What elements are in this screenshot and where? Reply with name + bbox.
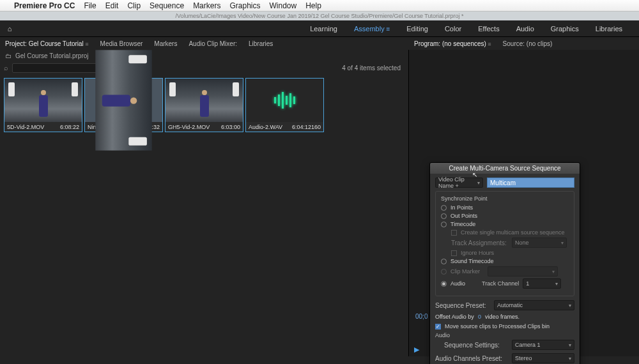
tab-program[interactable]: Program: (no sequences) [414,40,491,47]
cursor-icon: ↖ [472,171,477,178]
radio-label: Clip Marker [450,268,480,275]
menu-help[interactable]: Help [305,1,321,10]
project-panel: 🗀 Gel Course Tutorial.prproj ⌕ ▦ 4 of 4 … [0,50,409,356]
name-mode-dropdown[interactable]: Video Clip Name +▾ [435,178,483,188]
check-label: Create single multicam source sequence [461,229,565,236]
clip-thumbnail[interactable] [246,79,323,122]
menu-file[interactable]: File [84,1,96,10]
check-create-single: Create single multicam source sequence [451,229,569,236]
audio-section-label: Audio [435,332,574,338]
folder-icon: 🗀 [5,52,12,59]
ws-audio[interactable]: Audio [516,25,534,33]
name-mode-label: Video Clip Name + [438,176,477,189]
radio-in-points[interactable]: In Points [441,204,569,211]
seq-settings-dropdown[interactable]: Camera 1▾ [512,340,574,350]
seq-preset-label: Sequence Preset: [435,302,490,309]
tab-media-browser[interactable]: Media Browser [100,40,143,47]
channels-preset-label: Audio Channels Preset: [435,355,508,362]
app-name[interactable]: Premiere Pro CC [14,1,75,10]
radio-timecode[interactable]: Timecode [441,221,569,227]
clip-item-audio[interactable]: Audio-2.WAV6:04:12160 [245,78,324,132]
left-panel-tabs: Project: Gel Course Tutorial Media Brows… [0,37,409,50]
tab-source[interactable]: Source: (no clips) [503,40,553,47]
check-label: Move source clips to Processed Clips bin [445,323,550,330]
track-channel-dropdown[interactable]: 1▾ [523,278,561,289]
clip-name: 5D-Vid-2.MOV [7,124,44,130]
radio-audio[interactable]: Audio Track Channel 1▾ [441,278,569,289]
synchronize-fieldset: Synchronize Point In Points Out Points T… [435,191,574,296]
tab-libraries[interactable]: Libraries [249,40,273,47]
menu-markers[interactable]: Markers [193,1,220,10]
clip-item[interactable]: GH5-Vid-2.MOV6:03:00 [165,78,243,132]
check-move-clips[interactable]: ✓Move source clips to Processed Clips bi… [435,323,574,330]
clip-thumbnail[interactable] [4,79,82,122]
channels-preset-dropdown[interactable]: Stereo▾ [512,353,574,363]
dialog-title[interactable]: Create Multi-Camera Source Sequence ↖ [430,163,580,174]
radio-label: Out Points [450,213,477,219]
dialog-title-label: Create Multi-Camera Source Sequence [449,165,560,172]
chevron-down-icon: ▾ [569,356,571,361]
track-assignments-dropdown: None▾ [512,238,567,248]
offset-post: video frames. [485,314,520,320]
project-path-row[interactable]: 🗀 Gel Course Tutorial.prproj [0,50,408,61]
track-assignments-label: Track Assignments: [451,239,507,246]
offset-pre: Offset Audio by [435,314,474,320]
home-button[interactable]: ⌂ [0,25,19,33]
clip-item[interactable]: 5D-Vid-2.MOV6:08:22 [4,78,82,132]
play-button[interactable]: ▶ [414,345,419,354]
clip-name: GH5-Vid-2.MOV [168,124,210,130]
clip-duration: 6:08:22 [60,124,79,130]
menu-edit[interactable]: Edit [105,1,119,10]
multicam-dialog: Create Multi-Camera Source Sequence ↖ Vi… [429,162,580,364]
search-icon: ⌕ [4,64,8,72]
chevron-down-icon: ▾ [569,342,571,348]
menu-sequence[interactable]: Sequence [150,1,184,10]
ws-graphics[interactable]: Graphics [551,25,579,33]
seq-settings-label: Sequence Settings: [444,342,508,349]
offset-value[interactable]: 0 [478,314,481,320]
chevron-down-icon: ▾ [477,180,480,186]
ws-color[interactable]: Color [445,25,461,33]
program-monitor-panel: 00;0 ▶ Create Multi-Camera Source Sequen… [409,50,639,356]
right-panel-tabs: Program: (no sequences) Source: (no clip… [409,37,639,50]
waveform-icon [273,92,296,109]
clip-item[interactable]: Ninja-Vid-2.MOV6:01:32 [84,78,163,132]
ws-learning[interactable]: Learning [310,25,337,33]
ws-effects[interactable]: Effects [478,25,499,33]
ws-assembly[interactable]: Assembly [354,25,390,33]
clip-thumbnail[interactable] [85,79,162,122]
radio-sound-timecode[interactable]: Sound Timecode [441,258,569,264]
sequence-name-input[interactable] [487,178,574,188]
radio-label: Timecode [450,221,475,227]
clip-duration: 6:03:00 [221,124,240,130]
chevron-down-icon: ▾ [569,303,571,308]
radio-label: Sound Timecode [450,258,494,264]
seq-preset-dropdown[interactable]: Automatic▾ [494,300,574,310]
ws-libraries[interactable]: Libraries [596,25,622,33]
workspace-toolbar: ⌂ Learning Assembly Editing Color Effect… [0,20,639,37]
clip-marker-dropdown: ▾ [488,266,558,277]
mac-menubar: Premiere Pro CC File Edit Clip Sequence … [0,0,639,11]
document-path: /Volumes/LaCie/Images Video/New Course J… [175,13,463,19]
clip-duration: 6:04:12160 [292,124,321,130]
selection-info: 4 of 4 items selected [342,64,404,72]
tab-markers[interactable]: Markers [154,40,177,47]
project-bin[interactable]: 5D-Vid-2.MOV6:08:22 Ninja-Vid-2.MOV6:01:… [0,74,408,136]
check-ignore-hours: Ignore Hours [451,250,569,256]
search-input[interactable] [12,63,100,73]
clip-thumbnail[interactable] [166,79,243,122]
menu-graphics[interactable]: Graphics [229,1,260,10]
ws-editing[interactable]: Editing [406,25,428,33]
check-label: Ignore Hours [461,250,494,256]
tab-project[interactable]: Project: Gel Course Tutorial [5,40,89,47]
clip-name: Audio-2.WAV [249,124,282,130]
window-titlebar: /Volumes/LaCie/Images Video/New Course J… [0,11,639,20]
menu-window[interactable]: Window [270,1,297,10]
tab-audio-mixer[interactable]: Audio Clip Mixer: [189,40,237,47]
radio-label: In Points [450,204,473,211]
radio-label: Audio [450,280,465,287]
chevron-down-icon: ▾ [555,281,558,287]
menu-clip[interactable]: Clip [127,1,141,10]
radio-out-points[interactable]: Out Points [441,213,569,219]
sync-legend: Synchronize Point [441,195,569,202]
